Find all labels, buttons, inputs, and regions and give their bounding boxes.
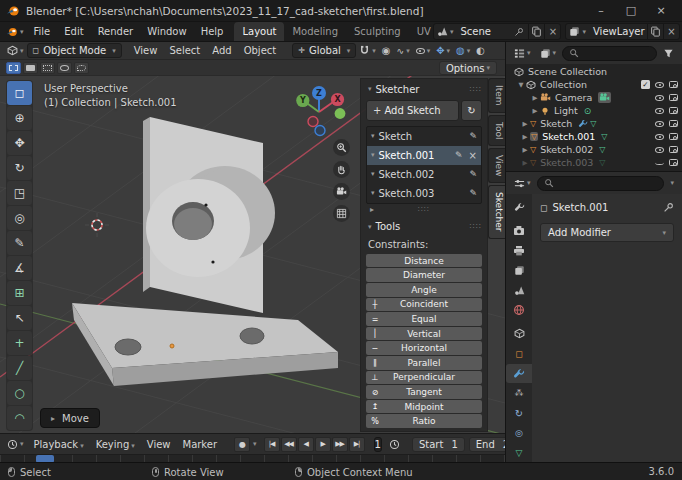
- mesh-data-icon[interactable]: ▽: [590, 119, 596, 128]
- select-mode-paint[interactable]: [74, 62, 89, 74]
- zoom-button[interactable]: [333, 139, 350, 156]
- outliner-row-light[interactable]: ▶ Light ⊙: [506, 104, 682, 117]
- workspace-tab[interactable]: Layout: [234, 22, 284, 41]
- outliner-display-mode-icon[interactable]: ▾: [540, 48, 557, 59]
- disclosure-icon[interactable]: ▶: [530, 94, 540, 102]
- tab-collection[interactable]: [506, 325, 532, 344]
- drag-dots-icon[interactable]: ∷∷: [470, 85, 482, 94]
- properties-editor-icon[interactable]: ▾: [514, 178, 531, 189]
- disclosure-icon[interactable]: ▼: [516, 81, 526, 89]
- properties-options-dropdown[interactable]: ▾: [670, 179, 674, 187]
- tab-particles[interactable]: ⁂: [506, 384, 532, 403]
- toolbar-tool-button[interactable]: ◻: [7, 81, 32, 105]
- shading-mode-icon[interactable]: ◐: [476, 45, 485, 56]
- toolbar-tool-button[interactable]: ╱: [7, 356, 32, 380]
- toolbar-tool-button[interactable]: ◳: [7, 181, 32, 205]
- transport-button[interactable]: ◀: [298, 437, 314, 452]
- falloff-curve-icon[interactable]: ∿▾: [397, 46, 410, 56]
- toolbar-tool-button[interactable]: ∡: [7, 256, 32, 280]
- tools-panel-header[interactable]: ▾ Tools ∷∷: [366, 219, 482, 234]
- select-mode-lasso[interactable]: [40, 62, 55, 74]
- viewport-menu-item[interactable]: Object: [238, 45, 283, 56]
- tab-physics[interactable]: ↻: [506, 404, 532, 423]
- menu-item[interactable]: File: [27, 22, 58, 42]
- sketch-list-item[interactable]: ▾ Sketch ✎ ×: [367, 127, 481, 146]
- menu-item[interactable]: Help: [194, 22, 231, 42]
- render-visibility-icon[interactable]: [669, 146, 678, 153]
- view-layer-browse-button[interactable]: ▾: [566, 26, 589, 37]
- outliner-search-input[interactable]: [562, 46, 657, 61]
- remove-view-layer-button[interactable]: ×: [663, 24, 679, 39]
- disclosure-icon[interactable]: ▶: [530, 107, 540, 115]
- editor-type-button[interactable]: ▾: [7, 45, 24, 56]
- render-visibility-icon[interactable]: [669, 159, 678, 166]
- sketch-list-item[interactable]: ▾ Sketch.002 ✎ ×: [367, 165, 481, 184]
- constraint-button[interactable]: Angle: [366, 283, 482, 297]
- disclosure-icon[interactable]: ▶: [520, 159, 530, 167]
- current-frame-field[interactable]: 1: [374, 437, 382, 452]
- transport-button[interactable]: ▶: [315, 437, 331, 452]
- edit-pencil-icon[interactable]: ✎: [469, 188, 477, 198]
- toolbar-tool-button[interactable]: ⊕: [7, 106, 32, 130]
- expand-icon[interactable]: ▸: [370, 205, 374, 214]
- render-visibility-icon[interactable]: [669, 120, 678, 127]
- chevron-down-icon[interactable]: ▾: [371, 170, 375, 178]
- properties-search-input[interactable]: [537, 176, 665, 191]
- disclosure-icon[interactable]: ▶: [520, 146, 530, 154]
- drag-dots-icon[interactable]: ∷∷: [470, 222, 482, 231]
- close-icon[interactable]: ×: [469, 150, 477, 161]
- light-data-icon[interactable]: ⊙: [584, 106, 592, 116]
- render-visibility-icon[interactable]: [669, 107, 678, 114]
- select-mode-tweak[interactable]: [6, 62, 21, 74]
- new-scene-button[interactable]: [528, 24, 544, 39]
- viewport-menu-item[interactable]: Add: [206, 45, 237, 56]
- eye-icon[interactable]: [655, 134, 664, 140]
- keying-set-dropdown[interactable]: ▾: [253, 440, 257, 448]
- disclosure-icon[interactable]: ▶: [520, 120, 530, 128]
- show-gizmo-icon[interactable]: ✥▾: [436, 45, 450, 56]
- tab-world[interactable]: [506, 301, 532, 320]
- outliner-row-sketch-001[interactable]: ▶ ▽ Sketch.001 ▽: [506, 130, 682, 143]
- filter-icon[interactable]: [663, 48, 674, 59]
- disclosure-icon[interactable]: ▶: [520, 133, 530, 141]
- gizmo-x-neg-axis[interactable]: [308, 117, 318, 127]
- transport-button[interactable]: ▶▶: [332, 437, 348, 452]
- constraint-button[interactable]: Distance: [366, 254, 482, 268]
- auto-keying-button[interactable]: ●: [234, 437, 250, 452]
- mesh-data-icon[interactable]: ▽: [601, 132, 607, 141]
- add-modifier-dropdown[interactable]: Add Modifier ▾: [540, 223, 674, 242]
- tab-modifiers[interactable]: [506, 364, 532, 383]
- gizmo-z-neg-axis[interactable]: [315, 126, 325, 136]
- transport-button[interactable]: |◀: [264, 437, 280, 452]
- toolbar-tool-button[interactable]: ⊞: [7, 281, 32, 305]
- workspace-tab[interactable]: Sculpting: [346, 22, 409, 41]
- collection-checkbox[interactable]: ✓: [641, 80, 650, 89]
- sidebar-tab[interactable]: Sketcher: [488, 185, 505, 239]
- outliner-row-sketch-003[interactable]: ▶ ▽ Sketch.003 ▽: [506, 156, 682, 169]
- constraint-button[interactable]: Diameter: [366, 268, 482, 282]
- toolbar-tool-button[interactable]: ↖: [7, 306, 32, 330]
- ortho-grid-button[interactable]: [333, 205, 350, 222]
- eye-icon[interactable]: [655, 95, 664, 101]
- frame-start-field[interactable]: Start 1: [412, 437, 465, 452]
- viewport-menu-item[interactable]: Select: [163, 45, 206, 56]
- sidebar-tab[interactable]: View: [488, 148, 505, 183]
- sketch-list-item[interactable]: ▾ Sketch.001 ✎ ×: [367, 146, 481, 165]
- outliner-editor-icon[interactable]: ▾: [514, 48, 531, 59]
- pin-icon[interactable]: [663, 202, 674, 213]
- tab-scene[interactable]: [506, 281, 532, 300]
- maximize-button[interactable]: □: [616, 4, 646, 17]
- constraint-button[interactable]: ⊥ Perpendicular: [366, 371, 482, 385]
- proportional-edit-icon[interactable]: ◉: [382, 45, 391, 56]
- edit-pencil-icon[interactable]: ✎: [469, 169, 477, 179]
- constraint-button[interactable]: ┼ Coincident: [366, 298, 482, 312]
- sketch-list-item[interactable]: ▾ Sketch.003 ✎ ×: [367, 184, 481, 203]
- timeline-strip[interactable]: [0, 454, 505, 462]
- transport-button[interactable]: ▶|: [349, 437, 365, 452]
- new-view-layer-button[interactable]: [647, 24, 663, 39]
- blender-menu-icon[interactable]: ▾: [6, 26, 24, 38]
- toolbar-tool-button[interactable]: +: [7, 331, 32, 355]
- tab-object[interactable]: ◻: [506, 344, 532, 363]
- constraint-button[interactable]: % Ratio: [366, 414, 482, 428]
- transport-button[interactable]: ◀◀: [281, 437, 297, 452]
